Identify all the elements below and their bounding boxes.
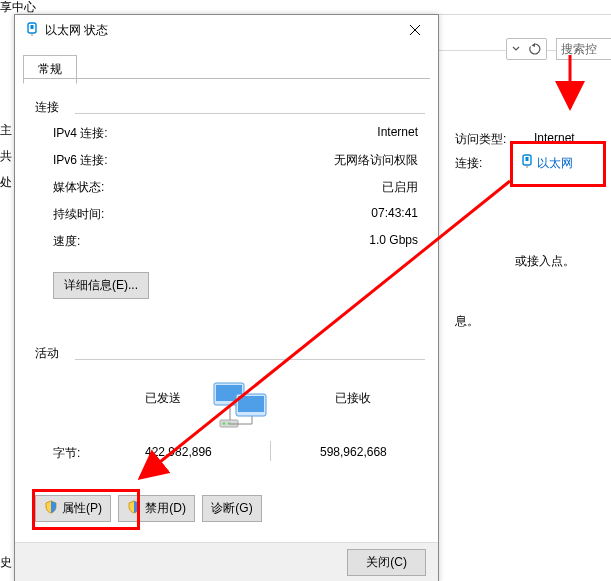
disable-button-label: 禁用(D) [145, 501, 186, 515]
search-placeholder: 搜索控 [561, 41, 597, 58]
svg-point-13 [223, 422, 226, 425]
ethernet-status-dialog: 以太网 状态 常规 连接 IPv4 连接: Internet IPv6 连接: … [14, 14, 439, 581]
dialog-title: 以太网 状态 [45, 22, 108, 39]
partial-text-info: 息。 [455, 313, 479, 330]
parent-window-titlebar: 享中心 [0, 0, 611, 15]
close-icon [409, 24, 421, 36]
ipv4-label: IPv4 连接: [53, 125, 108, 142]
recv-label: 已接收 [335, 390, 371, 407]
tab-general[interactable]: 常规 [23, 55, 77, 84]
connections-label: 连接: [455, 155, 482, 172]
ipv6-label: IPv6 连接: [53, 152, 108, 169]
annotation-box-properties [32, 489, 140, 530]
nav-fragment[interactable]: 共 [0, 148, 12, 165]
left-nav-strip: 主 共 处 史 [0, 14, 15, 581]
dialog-footer: 关闭(C) [15, 542, 438, 581]
refresh-button[interactable] [524, 38, 547, 60]
bytes-recv-value: 598,962,668 [320, 445, 387, 459]
speed-value: 1.0 Gbps [369, 233, 418, 247]
access-type-label: 访问类型: [455, 131, 506, 148]
svg-rect-4 [31, 25, 34, 29]
tab-underline [23, 78, 430, 79]
diagnose-button[interactable]: 诊断(G) [202, 495, 261, 522]
close-dialog-button[interactable]: 关闭(C) [347, 549, 426, 576]
ethernet-icon [25, 21, 39, 40]
network-activity-icon [210, 380, 270, 430]
section-activity-title: 活动 [35, 345, 59, 362]
nav-fragment[interactable]: 主 [0, 122, 12, 139]
partial-text-ap: 或接入点。 [515, 253, 575, 270]
divider [270, 441, 271, 461]
ipv6-value: 无网络访问权限 [334, 152, 418, 169]
dialog-titlebar: 以太网 状态 [15, 15, 438, 45]
sent-label: 已发送 [145, 390, 181, 407]
nav-fragment[interactable]: 处 [0, 174, 12, 191]
details-button[interactable]: 详细信息(E)... [53, 272, 149, 299]
chevron-down-icon [512, 45, 520, 53]
section-connection-title: 连接 [35, 99, 59, 116]
diagnose-button-label: 诊断(G) [211, 501, 252, 515]
toolbar: 搜索控 [438, 14, 611, 51]
svg-rect-11 [238, 396, 264, 412]
divider [75, 359, 425, 361]
duration-label: 持续时间: [53, 206, 104, 223]
media-state-value: 已启用 [382, 179, 418, 196]
refresh-icon [529, 43, 541, 55]
bytes-label: 字节: [53, 445, 80, 462]
bytes-sent-value: 422,982,896 [145, 445, 212, 459]
nav-fragment[interactable]: 史 [0, 554, 12, 571]
search-input[interactable]: 搜索控 [556, 38, 611, 60]
speed-label: 速度: [53, 233, 80, 250]
path-dropdown[interactable] [506, 38, 525, 60]
close-button[interactable] [392, 15, 438, 45]
divider [75, 113, 425, 115]
duration-value: 07:43:41 [371, 206, 418, 220]
ipv4-value: Internet [377, 125, 418, 139]
svg-point-14 [228, 422, 231, 425]
tabs: 常规 [23, 55, 77, 84]
media-state-label: 媒体状态: [53, 179, 104, 196]
annotation-box-link [510, 141, 606, 187]
